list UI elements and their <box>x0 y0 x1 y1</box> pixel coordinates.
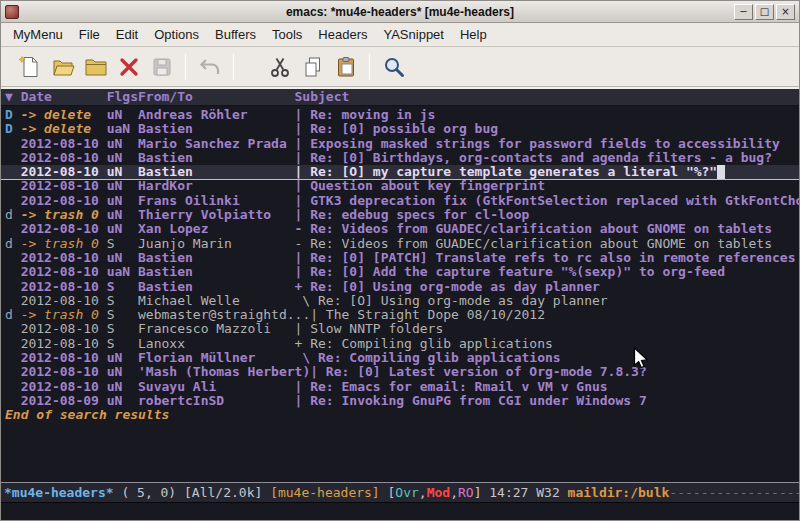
thread-separator: | <box>295 108 311 122</box>
thread-separator: | <box>295 208 311 222</box>
copy-icon <box>301 55 325 79</box>
dired-button[interactable] <box>79 51 112 83</box>
from-cell: 'Mash (Thomas Herbert) <box>138 365 310 379</box>
subject-cell: Re: edebug specs for cl-loop <box>310 208 529 222</box>
new-file-button[interactable] <box>13 51 46 83</box>
message-row[interactable]: 2012-08-10uNBastien| Re: [O] my capture … <box>1 165 799 179</box>
cut-button[interactable] <box>263 51 296 83</box>
message-row[interactable]: 2012-08-10uNSuvayu Ali| Re: Emacs for em… <box>1 380 799 394</box>
paste-button[interactable] <box>329 51 362 83</box>
from-cell: Francesco Mazzoli <box>138 322 295 336</box>
date-cell: 2012-08-10 <box>21 294 107 308</box>
modeline-segment-plain: [ <box>380 485 396 500</box>
message-row[interactable]: d-> trash 0uNThierry Volpiatto| Re: edeb… <box>1 208 799 222</box>
message-row[interactable]: D-> deleteuNAndreas Röhler| Re: moving i… <box>1 108 799 122</box>
from-cell: Bastien <box>138 165 295 179</box>
menu-tools[interactable]: Tools <box>264 24 310 45</box>
mark-cell: d <box>5 308 21 322</box>
message-row[interactable]: d-> trash 0Swebmaster@straightd...| The … <box>1 308 799 322</box>
message-row[interactable]: D-> deleteuaNBastien| Re: [0] possible o… <box>1 122 799 136</box>
minimize-button[interactable]: − <box>734 4 753 20</box>
headers-buffer: D-> deleteuNAndreas Röhler| Re: moving i… <box>1 106 799 482</box>
flags-cell: uN <box>107 251 138 265</box>
message-row[interactable]: 2012-08-10uNBastien| Re: [0] [PATCH] Tra… <box>1 251 799 265</box>
open-file-button[interactable] <box>46 51 79 83</box>
from-cell: Mario Sanchez Prada <box>138 137 295 151</box>
modeline-segment-buffer: *mu4e-headers* <box>4 485 114 500</box>
date-cell: 2012-08-10 <box>21 351 107 365</box>
thread-separator: | <box>295 151 311 165</box>
from-cell: robertcInSD <box>138 394 295 408</box>
maximize-button[interactable]: □ <box>755 4 774 20</box>
message-row[interactable]: 2012-08-10uNMario Sanchez Prada| Exposin… <box>1 137 799 151</box>
message-row[interactable]: d-> trash 0SJuanjo Marin- Re: Videos fro… <box>1 237 799 251</box>
headers-list: D-> deleteuNAndreas Röhler| Re: moving i… <box>1 108 799 408</box>
mark-cell: D <box>5 122 21 136</box>
menu-yasnippet[interactable]: YASnippet <box>375 24 451 45</box>
mouse-cursor <box>633 347 651 375</box>
from-cell: Lanoxx <box>138 337 295 351</box>
menu-file[interactable]: File <box>71 24 108 45</box>
subject-cell: Re: Compiling glib applications <box>318 351 561 365</box>
kill-buffer-button[interactable] <box>112 51 145 83</box>
subject-cell: Re: Videos from GUADEC/clarification abo… <box>310 237 772 251</box>
menu-headers[interactable]: Headers <box>310 24 375 45</box>
mark-cell: d <box>5 237 21 251</box>
mark-cell: ▼ <box>5 90 21 104</box>
message-row[interactable]: 2012-08-10SMichael Welle \ Re: [O] Using… <box>1 294 799 308</box>
close-button[interactable]: × <box>776 4 795 20</box>
message-row[interactable]: 2012-08-10uaNBastien| Re: [0] Add the ca… <box>1 265 799 279</box>
header-line: ▼DateFlgsFrom/ToSubject <box>1 89 799 106</box>
mark-cell <box>5 280 21 294</box>
search-button[interactable] <box>377 51 410 83</box>
flags-cell: uN <box>107 179 138 193</box>
modeline-segment-plain: ( 5, 0) [All/2.0k] <box>114 485 271 500</box>
undo-button[interactable] <box>193 51 226 83</box>
mark-cell: d <box>5 208 21 222</box>
from-cell: Bastien <box>138 122 295 136</box>
toolbar <box>1 47 799 87</box>
from-cell: Bastien <box>138 151 295 165</box>
date-cell: -> trash 0 <box>21 208 107 222</box>
minibuffer[interactable] <box>1 503 799 520</box>
subject-cell: Re: [0] Using org-mode as day planner <box>310 280 600 294</box>
date-cell: 2012-08-10 <box>21 251 107 265</box>
date-cell: 2012-08-10 <box>21 165 107 179</box>
message-row[interactable]: 2012-08-10uNHardKor| Question about key … <box>1 179 799 193</box>
date-cell: 2012-08-10 <box>21 365 107 379</box>
thread-separator: \ <box>295 351 318 365</box>
flags-cell: uN <box>107 394 138 408</box>
modeline-segment-mod: Mod <box>427 485 450 500</box>
message-row[interactable]: 2012-08-10uNXan Lopez- Re: Videos from G… <box>1 222 799 236</box>
menu-options[interactable]: Options <box>146 24 207 45</box>
message-row[interactable]: 2012-08-10uNBastien| Re: [0] Birthdays, … <box>1 151 799 165</box>
modeline-segment-ovr: Ovr <box>395 485 418 500</box>
message-row[interactable]: 2012-08-09uNrobertcInSD| Re: Invoking Gn… <box>1 394 799 408</box>
search-icon <box>382 55 406 79</box>
date-cell: 2012-08-10 <box>21 179 107 193</box>
thread-separator: | <box>295 322 311 336</box>
modeline-segment-dim: -------------------------------- <box>669 485 799 500</box>
from-cell: Bastien <box>138 265 295 279</box>
message-row[interactable]: 2012-08-10SLanoxx+ Re: Compiling glib ap… <box>1 337 799 351</box>
menu-buffers[interactable]: Buffers <box>207 24 264 45</box>
copy-button[interactable] <box>296 51 329 83</box>
menu-mymenu[interactable]: MyMenu <box>5 24 71 45</box>
thread-separator: | <box>295 122 311 136</box>
from-cell: Florian Müllner <box>138 351 295 365</box>
thread-separator: | <box>295 394 311 408</box>
mark-cell <box>5 165 21 179</box>
menu-help[interactable]: Help <box>452 24 495 45</box>
titlebar[interactable]: emacs: *mu4e-headers* [mu4e-headers] −□× <box>1 1 799 23</box>
message-row[interactable]: 2012-08-10SFrancesco Mazzoli| Slow NNTP … <box>1 322 799 336</box>
message-row[interactable]: 2012-08-10uNFlorian Müllner \ Re: Compil… <box>1 351 799 365</box>
save-buffer-button[interactable] <box>145 51 178 83</box>
flags-cell: uN <box>107 137 138 151</box>
message-row[interactable]: 2012-08-10uN'Mash (Thomas Herbert)| Re: … <box>1 365 799 379</box>
message-row[interactable]: 2012-08-10uNFrans Oilinki| GTK3 deprecat… <box>1 194 799 208</box>
date-cell: 2012-08-10 <box>21 137 107 151</box>
flags-cell: uN <box>107 380 138 394</box>
menu-edit[interactable]: Edit <box>108 24 146 45</box>
message-row[interactable]: 2012-08-10SBastien+ Re: [0] Using org-mo… <box>1 280 799 294</box>
subject-cell: Question about key fingerprint <box>310 179 545 193</box>
